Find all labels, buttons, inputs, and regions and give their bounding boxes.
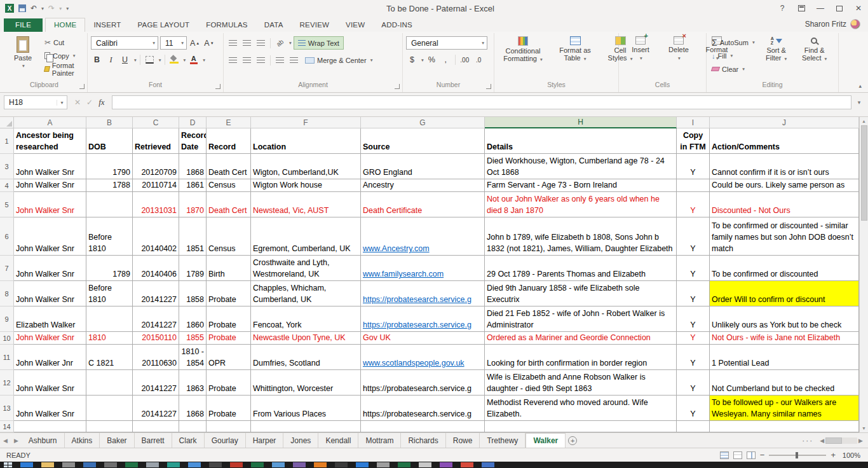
cell-H13[interactable]: Methodist Reverend who moved around. Wif…: [485, 396, 677, 421]
windows-taskbar[interactable]: [0, 462, 868, 468]
find-select-button[interactable]: Find & Select ▾: [796, 34, 833, 63]
cell-D6[interactable]: 1851: [179, 217, 207, 256]
ribbon-tab-data[interactable]: DATA: [256, 18, 292, 32]
cell-H1[interactable]: Details: [485, 128, 677, 154]
cell-H7[interactable]: 29 Oct 1789 - Parents Thomas and Elizabe…: [485, 256, 677, 281]
align-right-button[interactable]: [255, 54, 267, 67]
ribbon-display-options-button[interactable]: [792, 0, 811, 17]
autosum-button[interactable]: ΣAutoSum▾: [710, 36, 757, 49]
zoom-level-button[interactable]: 100%: [840, 451, 860, 459]
alignment-dialog-launcher[interactable]: [395, 84, 400, 89]
format-painter-button[interactable]: Format Painter: [43, 62, 84, 76]
vertical-scrollbar[interactable]: ▲ ▼: [859, 117, 868, 432]
cell-D10[interactable]: 1855: [179, 332, 207, 345]
hscroll-right-arrow[interactable]: ▶: [858, 437, 863, 444]
cell-D3[interactable]: 1868: [179, 154, 207, 179]
cell-B12[interactable]: [86, 370, 133, 396]
page-layout-view-button[interactable]: [733, 451, 742, 459]
cell-D4[interactable]: 1861: [179, 179, 207, 192]
cell-D12[interactable]: 1863: [179, 370, 207, 396]
cell-E12[interactable]: Probate: [207, 370, 251, 396]
fill-button[interactable]: ↓Fill▾: [710, 49, 757, 62]
cell-I13[interactable]: Y: [677, 396, 710, 421]
paste-dropdown-arrow[interactable]: ▾: [22, 63, 25, 69]
increase-indent-button[interactable]: [288, 54, 300, 67]
cell-F6[interactable]: Egremont, Cumberland, UK: [251, 217, 361, 256]
horizontal-scrollbar[interactable]: ◀ ▶: [818, 433, 868, 448]
cell-F7[interactable]: Crosthwaite and Lyth, Westmoreland, UK: [251, 256, 361, 281]
cell-B8[interactable]: Before 1810: [86, 281, 133, 306]
restore-button[interactable]: [830, 0, 849, 17]
cell-C12[interactable]: 20141227: [133, 370, 179, 396]
cell-E7[interactable]: Birth: [207, 256, 251, 281]
cell-B3[interactable]: 1790: [86, 154, 133, 179]
column-header-E[interactable]: E: [207, 117, 251, 128]
taskbar-app-7[interactable]: [146, 462, 159, 467]
taskbar-app-15[interactable]: [314, 462, 327, 467]
scroll-up-arrow[interactable]: ▲: [862, 117, 866, 125]
undo-icon[interactable]: ↶: [31, 4, 37, 13]
cell-I11[interactable]: Y: [677, 345, 710, 370]
row-header-12[interactable]: 12: [0, 370, 14, 396]
percent-style-button[interactable]: %: [426, 53, 438, 66]
taskbar-app-5[interactable]: [104, 462, 117, 467]
cell-I4[interactable]: [677, 179, 710, 192]
paste-button[interactable]: Paste ▾: [4, 34, 41, 69]
cell-H10[interactable]: Ordered as a Mariner and Geordie Connect…: [485, 332, 677, 345]
cell-B11[interactable]: C 1821: [86, 345, 133, 370]
ribbon-tab-review[interactable]: REVIEW: [292, 18, 338, 32]
orientation-arrow[interactable]: ▾: [289, 40, 292, 46]
cell-E4[interactable]: Census: [207, 179, 251, 192]
scroll-down-arrow[interactable]: ▼: [862, 424, 866, 432]
sheet-nav-left-arrow[interactable]: ◀: [0, 433, 11, 448]
cell-I5[interactable]: Y: [677, 192, 710, 217]
cell-G12[interactable]: https://probatesearch.service.g: [361, 370, 485, 396]
cell-D13[interactable]: 1868: [179, 396, 207, 421]
cell-H3[interactable]: Died Workhouse, Wigton, Cumberland age 7…: [485, 154, 677, 179]
cell-G9[interactable]: https://probatesearch.service.g: [361, 306, 485, 332]
expand-formula-bar-button[interactable]: ▾: [854, 99, 864, 106]
sheet-tab-richards[interactable]: Richards: [401, 433, 445, 448]
underline-dropdown-arrow[interactable]: ▾: [134, 57, 137, 63]
cell-I9[interactable]: Y: [677, 306, 710, 332]
cell-A13[interactable]: John Walker Snr: [14, 396, 86, 421]
delete-cells-button[interactable]: Delete▾: [660, 34, 697, 62]
decrease-indent-button[interactable]: [274, 54, 286, 67]
cell-E3[interactable]: Death Cert: [207, 154, 251, 179]
row-header-3[interactable]: 3: [0, 154, 14, 179]
cell-A7[interactable]: John Walker Snr: [14, 256, 86, 281]
align-bottom-button[interactable]: [255, 37, 267, 50]
cell-A10[interactable]: John Walker Snr: [14, 332, 86, 345]
taskbar-app-12[interactable]: [251, 462, 264, 467]
sheet-tab-gourlay[interactable]: Gourlay: [205, 433, 246, 448]
formula-input[interactable]: [112, 95, 851, 109]
sheet-tab-rowe[interactable]: Rowe: [446, 433, 480, 448]
copy-button[interactable]: Copy▾: [43, 49, 84, 62]
align-top-button[interactable]: [227, 37, 239, 50]
orientation-button[interactable]: ab: [274, 37, 286, 50]
cell-H14[interactable]: [485, 421, 677, 432]
taskbar-app-17[interactable]: [356, 462, 369, 467]
normal-view-button[interactable]: [720, 451, 729, 459]
cell-J14[interactable]: [710, 421, 859, 432]
cell-F3[interactable]: Wigton, Cumberland,UK: [251, 154, 361, 179]
cell-J11[interactable]: 1 Potential Lead: [710, 345, 859, 370]
cell-E13[interactable]: Probate: [207, 396, 251, 421]
zoom-out-button[interactable]: −: [760, 450, 765, 460]
number-format-select[interactable]: General▾: [406, 36, 487, 50]
cell-C7[interactable]: 20140406: [133, 256, 179, 281]
close-button[interactable]: ✕: [849, 0, 868, 17]
taskbar-app-23[interactable]: [482, 462, 494, 467]
cell-A5[interactable]: John Walker Snr: [14, 192, 86, 217]
sort-filter-button[interactable]: AZ Sort & Filter ▾: [758, 34, 795, 63]
cell-F14[interactable]: [251, 421, 361, 432]
redo-icon[interactable]: ↷: [48, 4, 55, 13]
wrap-text-button[interactable]: Wrap Text: [294, 36, 344, 50]
row-header-5[interactable]: 5: [0, 192, 14, 217]
minimize-button[interactable]: —: [811, 0, 830, 17]
cell-F5[interactable]: Newstead, Vic, AUST: [251, 192, 361, 217]
italic-button[interactable]: I: [105, 53, 117, 66]
cell-B6[interactable]: Before 1810: [86, 217, 133, 256]
align-center-button[interactable]: [241, 54, 253, 67]
cell-A12[interactable]: John Walker Snr: [14, 370, 86, 396]
